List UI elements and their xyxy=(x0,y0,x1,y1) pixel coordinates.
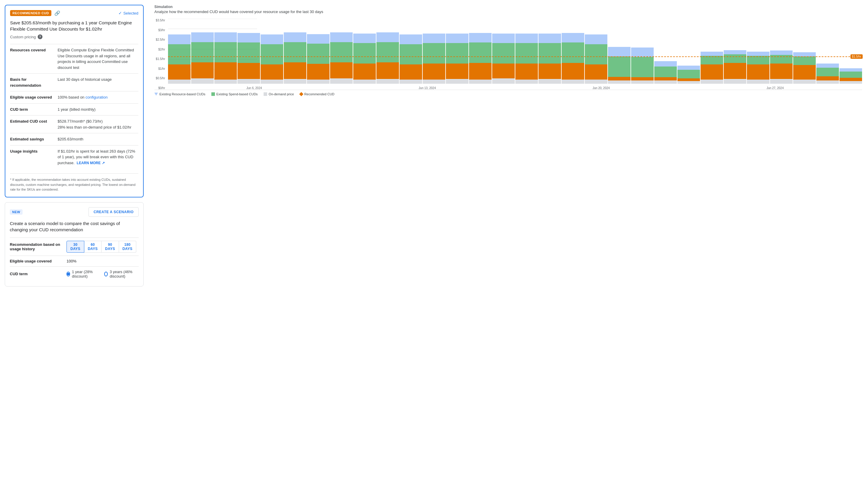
bar-green xyxy=(724,54,746,63)
legend-icon-spend xyxy=(211,92,215,96)
create-scenario-button[interactable]: CREATE A SCENARIO xyxy=(88,207,139,217)
legend-item-ondemand: On-demand price xyxy=(264,92,294,96)
bar-orange xyxy=(353,63,376,80)
day-btn-60[interactable]: 60 DAYS xyxy=(84,241,102,253)
bar-orange xyxy=(284,62,306,79)
legend-icon-resource xyxy=(154,93,158,96)
bar-green xyxy=(423,43,445,63)
scenario-eligible-value: 100% xyxy=(67,256,139,266)
bar-blue xyxy=(376,32,399,42)
row-value-basis: Last 30 days of historical usage xyxy=(58,74,138,91)
bar-gray xyxy=(816,81,839,84)
scenario-label-term: CUD term xyxy=(10,266,67,282)
bar-gray xyxy=(423,80,445,84)
y-label-3: $3/hr xyxy=(154,28,167,32)
bar-gray xyxy=(770,79,793,84)
bar-group xyxy=(237,19,260,84)
table-row: Resources covered Eligible Compute Engin… xyxy=(10,44,138,74)
radio-3year[interactable]: 3 years (46% discount) xyxy=(104,270,136,279)
day-btn-90[interactable]: 90 DAYS xyxy=(102,241,119,253)
day-btn-180[interactable]: 180 DAYS xyxy=(119,241,136,253)
scenario-header: NEW CREATE A SCENARIO xyxy=(10,207,139,217)
configuration-link[interactable]: configuration xyxy=(86,95,107,99)
radio-label-3year: 3 years (46% discount) xyxy=(110,270,136,279)
selected-label: Selected xyxy=(123,11,138,15)
bar-orange xyxy=(562,63,584,80)
bar-gray xyxy=(261,80,283,84)
custom-pricing-label: Custom pricing xyxy=(10,35,36,39)
bar-orange xyxy=(214,62,237,80)
table-row: CUD term 1 year (28% discount) 3 years (… xyxy=(10,266,139,282)
day-btn-30[interactable]: 30 DAYS xyxy=(67,241,84,253)
row-value-cost: $528.77/month* ($0.73/hr)28% less than o… xyxy=(58,115,138,133)
bar-blue xyxy=(330,32,353,42)
bar-group xyxy=(562,19,584,84)
chart-area: $3.5/hr $3/hr $2.5/hr $2/hr $1.5/hr $1/h… xyxy=(154,19,862,90)
legend-item-spend: Existing Spend-based CUDs xyxy=(211,92,258,96)
bar-blue xyxy=(816,63,839,68)
bar-gray xyxy=(585,80,607,84)
bar-blue xyxy=(446,33,468,43)
bar-orange xyxy=(538,63,561,79)
row-value-term: 1 year (billed monthly) xyxy=(58,103,138,115)
scenario-label-eligible: Eligible usage covered xyxy=(10,256,67,266)
bar-group xyxy=(515,19,538,84)
bar-group xyxy=(214,19,237,84)
bar-green xyxy=(330,42,353,62)
row-label-savings: Estimated savings xyxy=(10,133,58,145)
bar-gray xyxy=(353,80,376,84)
y-label-0-5: $0.5/hr xyxy=(154,76,167,80)
radio-1year[interactable]: 1 year (28% discount) xyxy=(67,270,97,279)
bar-green xyxy=(307,44,330,64)
bar-orange xyxy=(423,63,445,80)
learn-more-link[interactable]: LEARN MORE ↗ xyxy=(76,160,105,166)
bar-green xyxy=(191,42,214,62)
bar-blue xyxy=(492,33,515,43)
bar-group xyxy=(261,19,283,84)
bar-green xyxy=(770,55,793,63)
bar-group xyxy=(400,19,422,84)
bar-green xyxy=(631,57,654,77)
row-label-eligible: Eligible usage covered xyxy=(10,91,58,104)
chart-legend: Existing Resource-based CUDs Existing Sp… xyxy=(154,92,862,96)
help-icon[interactable]: ? xyxy=(38,34,42,39)
bar-green xyxy=(237,42,260,63)
custom-pricing-row: Custom pricing ? xyxy=(10,34,138,39)
bar-gray xyxy=(492,79,515,84)
bar-green xyxy=(700,56,723,65)
bar-blue xyxy=(538,33,561,43)
bar-green xyxy=(538,43,561,63)
table-row: Recommendation based on usage history 30… xyxy=(10,238,139,256)
bar-group xyxy=(538,19,561,84)
bar-blue xyxy=(839,68,862,72)
bar-blue xyxy=(515,33,538,43)
bar-gray xyxy=(654,81,677,84)
row-value-resources: Eligible Compute Engine Flexible Committ… xyxy=(58,44,138,74)
y-label-1-5: $1.5/hr xyxy=(154,57,167,60)
bar-green xyxy=(839,72,862,78)
bar-group xyxy=(816,19,839,84)
legend-icon-ondemand xyxy=(264,92,267,96)
bar-green xyxy=(677,70,700,79)
details-table: Resources covered Eligible Compute Engin… xyxy=(10,44,138,169)
bar-green xyxy=(793,56,816,65)
simulation-section-label: Simulation xyxy=(154,5,862,9)
bar-gray xyxy=(237,79,260,84)
radio-circle-3year xyxy=(104,272,108,276)
bar-blue xyxy=(307,34,330,44)
rec-card-header: RECOMMENDED CUD 🔗 ✓ Selected xyxy=(10,10,138,16)
bar-green xyxy=(353,43,376,63)
link-icon[interactable]: 🔗 xyxy=(54,10,60,16)
bar-blue xyxy=(423,33,445,43)
days-toggle-group: 30 DAYS 60 DAYS 90 DAYS 180 DAYS xyxy=(67,241,136,253)
bar-blue xyxy=(677,66,700,70)
bar-blue xyxy=(261,34,283,44)
bar-group xyxy=(469,19,492,84)
bar-group xyxy=(724,19,746,84)
row-label-resources: Resources covered xyxy=(10,44,58,74)
bar-orange xyxy=(469,63,492,80)
bar-blue xyxy=(793,52,816,56)
legend-icon-recommended xyxy=(299,92,303,96)
bar-orange xyxy=(700,65,723,79)
bar-green xyxy=(492,43,515,63)
